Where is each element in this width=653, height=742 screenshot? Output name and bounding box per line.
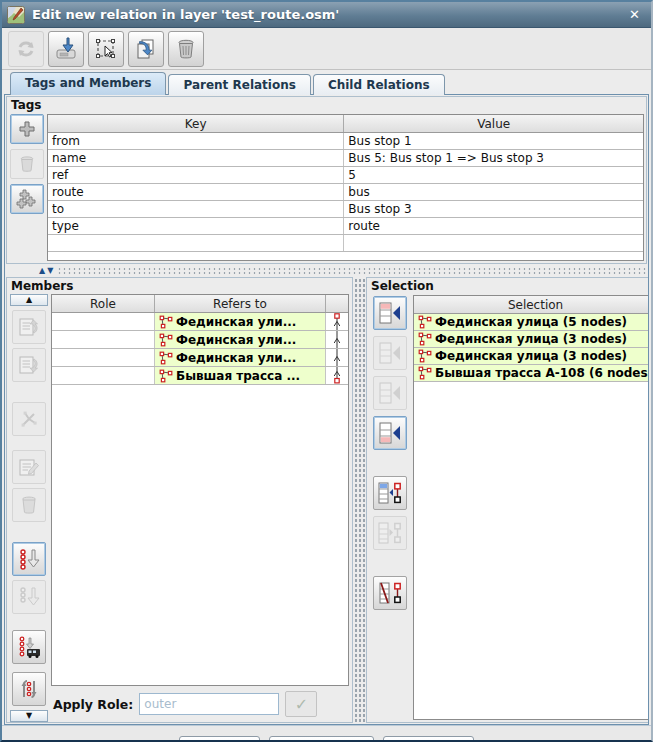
- help-button[interactable]: Help: [383, 736, 473, 742]
- members-scroll-up-button[interactable]: ▲: [10, 294, 48, 306]
- splitter-grip[interactable]: [57, 267, 646, 274]
- select-objects-icon: [377, 520, 403, 546]
- members-header-refers-to[interactable]: Refers to: [155, 295, 326, 312]
- splitter-arrows-icon[interactable]: ▲▼: [39, 266, 55, 275]
- select-button[interactable]: [88, 31, 124, 67]
- link-members-button[interactable]: [12, 402, 46, 436]
- selection-header[interactable]: Selection: [414, 296, 648, 313]
- tag-value[interactable]: bus: [344, 184, 643, 200]
- add-selection-after-button[interactable]: [373, 376, 407, 410]
- remove-members-in-selection-button[interactable]: [373, 576, 407, 610]
- selection-row[interactable]: Фединская улица (3 nodes): [414, 331, 648, 348]
- tags-table[interactable]: Key Value from Bus stop 1 name Bus 5: Bu…: [47, 114, 644, 261]
- member-refers-to[interactable]: Фединская ули...: [155, 349, 326, 366]
- edit-member-button[interactable]: [12, 450, 46, 484]
- way-icon: [159, 351, 173, 365]
- members-table[interactable]: Role Refers to: [51, 294, 349, 686]
- tag-value[interactable]: Bus stop 3: [344, 201, 643, 217]
- member-row[interactable]: Фединская ули...: [52, 331, 348, 349]
- tag-key[interactable]: type: [48, 218, 344, 234]
- tag-value[interactable]: Bus stop 1: [344, 133, 643, 149]
- tag-row-empty[interactable]: [48, 235, 643, 252]
- selection-item[interactable]: Фединская улица (3 nodes): [414, 348, 648, 364]
- delete-button[interactable]: [168, 31, 204, 67]
- tag-row[interactable]: type route: [48, 218, 643, 235]
- tags-header-value[interactable]: Value: [344, 115, 643, 132]
- tag-row[interactable]: to Bus stop 3: [48, 201, 643, 218]
- move-member-down-button[interactable]: [12, 348, 46, 382]
- tag-key[interactable]: from: [48, 133, 344, 149]
- tag-key[interactable]: route: [48, 184, 344, 200]
- tag-key[interactable]: name: [48, 150, 344, 166]
- tags-header-key[interactable]: Key: [48, 115, 344, 132]
- member-role[interactable]: [52, 349, 155, 366]
- select-members-from-selection-button[interactable]: [373, 476, 407, 510]
- members-header-link[interactable]: [326, 295, 348, 312]
- select-objects-for-members-button[interactable]: [373, 516, 407, 550]
- delete-tag-button[interactable]: [10, 149, 44, 179]
- selection-row[interactable]: Фединская улица (5 nodes): [414, 314, 648, 331]
- apply-role-confirm-button[interactable]: ✓: [285, 691, 317, 717]
- select-icon: [94, 37, 118, 61]
- selection-row[interactable]: Фединская улица (3 nodes): [414, 348, 648, 365]
- horizontal-splitter[interactable]: ▲▼: [5, 265, 648, 276]
- tag-value[interactable]: 5: [344, 167, 643, 183]
- member-refers-to[interactable]: Бывшая трасса ...: [155, 367, 326, 384]
- member-refers-to[interactable]: Фединская ули...: [155, 331, 326, 348]
- ok-button[interactable]: OK: [179, 736, 259, 742]
- selection-table-header: Selection: [414, 296, 648, 314]
- paste-tags-button[interactable]: [10, 184, 44, 214]
- selection-item[interactable]: Бывшая трасса А-108 (6 nodes): [414, 365, 648, 381]
- sort-selected-members-button[interactable]: [12, 580, 46, 614]
- tag-value[interactable]: Bus 5: Bus stop 1 => Bus stop 3: [344, 150, 643, 166]
- route-sort-bus-icon: [17, 635, 41, 659]
- tag-row[interactable]: from Bus stop 1: [48, 133, 643, 150]
- add-selection-before-button[interactable]: [373, 336, 407, 370]
- selection-item[interactable]: Фединская улица (3 nodes): [414, 331, 648, 347]
- link-chain-middle-icon: [332, 331, 342, 348]
- move-member-up-button[interactable]: [12, 310, 46, 344]
- apply-role-input[interactable]: [139, 693, 279, 715]
- add-tag-button[interactable]: [10, 114, 44, 144]
- tab-parent-relations[interactable]: Parent Relations: [168, 74, 310, 95]
- tag-row[interactable]: ref 5: [48, 167, 643, 184]
- close-icon[interactable]: ✕: [626, 7, 643, 22]
- reverse-members-button[interactable]: [12, 672, 46, 706]
- reverse-order-icon: [17, 677, 41, 701]
- member-role[interactable]: [52, 313, 155, 330]
- add-selection-at-start-button[interactable]: [373, 296, 407, 330]
- member-role[interactable]: [52, 367, 155, 384]
- apply-role-label: Apply Role:: [53, 697, 133, 712]
- titlebar[interactable]: Edit new relation in layer 'test_route.o…: [2, 2, 651, 28]
- cancel-button[interactable]: Cancel: [269, 736, 375, 742]
- apply-updates-button[interactable]: [48, 31, 84, 67]
- tag-row[interactable]: route bus: [48, 184, 643, 201]
- member-row[interactable]: Бывшая трасса ...: [52, 367, 348, 385]
- member-row[interactable]: Фединская ули...: [52, 313, 348, 331]
- selection-table[interactable]: Selection Фединская улица (5 node: [413, 295, 648, 720]
- tags-table-header: Key Value: [48, 115, 643, 133]
- tag-key[interactable]: to: [48, 201, 344, 217]
- duplicate-button[interactable]: [128, 31, 164, 67]
- way-icon: [159, 369, 173, 383]
- member-row[interactable]: Фединская ули...: [52, 349, 348, 367]
- members-header-role[interactable]: Role: [52, 295, 155, 312]
- sort-members-button[interactable]: [12, 542, 46, 576]
- selection-item[interactable]: Фединская улица (5 nodes): [414, 314, 648, 330]
- members-scroll-down-button[interactable]: ▼: [10, 710, 48, 722]
- tag-value[interactable]: route: [344, 218, 643, 234]
- vertical-splitter[interactable]: [354, 278, 365, 722]
- tab-child-relations[interactable]: Child Relations: [313, 74, 445, 95]
- refresh-button[interactable]: [8, 31, 44, 67]
- tag-key[interactable]: ref: [48, 167, 344, 183]
- sort-route-members-button[interactable]: [12, 630, 46, 664]
- selection-row[interactable]: Бывшая трасса А-108 (6 nodes): [414, 365, 648, 382]
- member-refers-to[interactable]: Фединская ули...: [155, 313, 326, 330]
- tag-value[interactable]: [344, 235, 643, 251]
- tag-key[interactable]: [48, 235, 344, 251]
- member-role[interactable]: [52, 331, 155, 348]
- tag-row[interactable]: name Bus 5: Bus stop 1 => Bus stop 3: [48, 150, 643, 167]
- remove-member-button[interactable]: [12, 488, 46, 522]
- tab-tags-and-members[interactable]: Tags and Members: [10, 72, 166, 95]
- add-selection-at-end-button[interactable]: [373, 416, 407, 450]
